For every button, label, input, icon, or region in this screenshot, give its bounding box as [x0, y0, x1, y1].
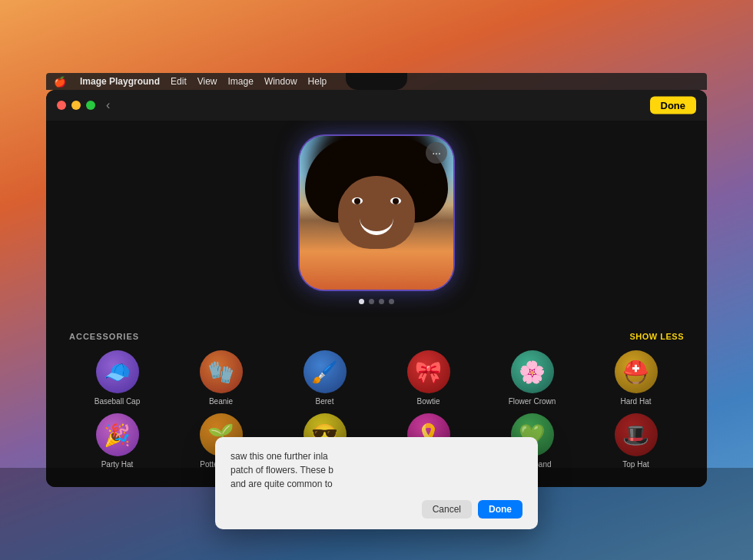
beret-icon: 🖌️ — [304, 350, 347, 393]
title-bar: ‹ Done — [46, 90, 707, 121]
smile — [360, 218, 393, 235]
apple-menu-icon[interactable]: 🍎 — [54, 76, 66, 88]
face — [338, 176, 415, 249]
menu-item-help[interactable]: Help — [308, 76, 327, 87]
accessory-flower-crown[interactable]: 🌸 Flower Crown — [484, 350, 580, 406]
show-less-button[interactable]: SHOW LESS — [629, 332, 684, 341]
desktop: 🍎 Image Playground Edit View Image Windo… — [0, 0, 753, 560]
camera-notch — [346, 73, 407, 90]
accessories-title: ACCESSORIES — [69, 332, 139, 341]
menu-item-app[interactable]: Image Playground — [80, 76, 160, 87]
bowtie-label: Bowtie — [416, 397, 440, 406]
flower-crown-icon: 🌸 — [511, 350, 554, 393]
minimize-button[interactable] — [71, 101, 81, 110]
page-indicator-4[interactable] — [389, 299, 394, 304]
back-button[interactable]: ‹ — [106, 98, 110, 112]
accessory-beanie[interactable]: 🧤 Beanie — [173, 350, 269, 406]
menu-item-view[interactable]: View — [197, 76, 217, 87]
bowtie-icon: 🎀 — [407, 350, 450, 393]
dialog-buttons: Cancel Done — [231, 500, 522, 519]
accessory-beret[interactable]: 🖌️ Beret — [277, 350, 373, 406]
accessory-top-hat[interactable]: 🎩 Top Hat — [588, 413, 684, 469]
page-indicator-1[interactable] — [359, 299, 364, 304]
dialog-cancel-button[interactable]: Cancel — [422, 500, 472, 519]
close-button[interactable] — [57, 101, 66, 110]
accessory-bowtie[interactable]: 🎀 Bowtie — [380, 350, 476, 406]
accessory-baseball-cap[interactable]: 🧢 Baseball Cap — [69, 350, 165, 406]
party-hat-icon: 🎉 — [96, 413, 139, 456]
character-image: ··· — [300, 136, 453, 290]
beanie-label: Beanie — [209, 397, 233, 406]
done-button[interactable]: Done — [650, 97, 697, 114]
more-options-button[interactable]: ··· — [426, 142, 447, 164]
hard-hat-label: Hard Hat — [620, 397, 651, 406]
dialog-done-button[interactable]: Done — [478, 500, 522, 519]
flower-crown-label: Flower Crown — [509, 397, 556, 406]
menu-item-edit[interactable]: Edit — [171, 76, 187, 87]
beanie-icon: 🧤 — [200, 350, 243, 393]
baseball-cap-label: Baseball Cap — [95, 397, 140, 406]
menu-item-window[interactable]: Window — [264, 76, 297, 87]
dialog-overlay: Beta Image Playground may create unexpec… — [0, 468, 753, 560]
traffic-lights — [57, 101, 95, 110]
baseball-cap-icon: 🧢 — [96, 350, 139, 393]
dialog-box: saw this one further inlapatch of flower… — [215, 437, 538, 529]
menu-item-image[interactable]: Image — [228, 76, 254, 87]
page-indicators — [359, 299, 394, 304]
dialog-body-text: saw this one further inlapatch of flower… — [231, 449, 522, 491]
page-indicator-2[interactable] — [369, 299, 374, 304]
top-hat-icon: 🎩 — [615, 413, 658, 456]
accessory-hard-hat[interactable]: ⛑️ Hard Hat — [588, 350, 684, 406]
accessory-party-hat[interactable]: 🎉 Party Hat — [69, 413, 165, 469]
page-indicator-3[interactable] — [379, 299, 384, 304]
image-area: ··· — [46, 121, 707, 320]
app-window: ‹ Done — [46, 90, 707, 487]
maximize-button[interactable] — [86, 101, 95, 110]
beret-label: Beret — [316, 397, 334, 406]
main-content: ··· ACCESSORIES SHOW LESS — [46, 121, 707, 487]
accessories-header: ACCESSORIES SHOW LESS — [69, 332, 684, 341]
hard-hat-icon: ⛑️ — [615, 350, 658, 393]
